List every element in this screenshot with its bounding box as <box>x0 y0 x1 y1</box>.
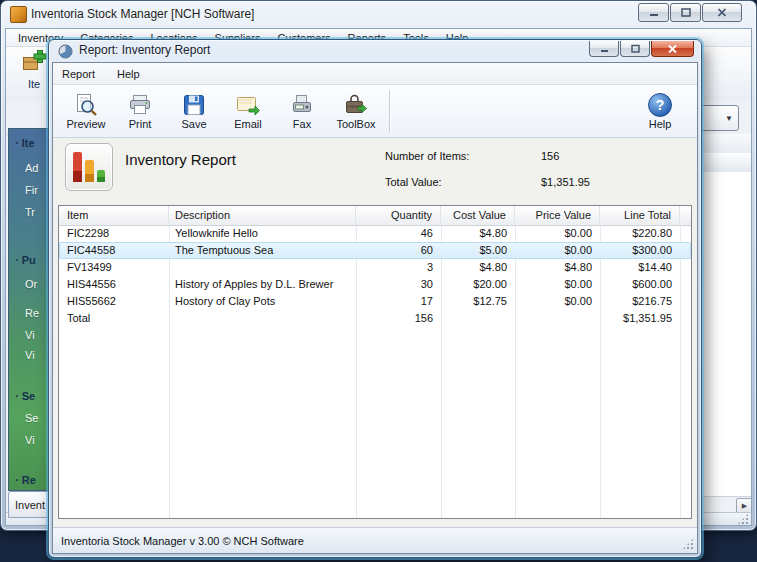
dialog-statusbar: Inventoria Stock Manager v 3.00 © NCH So… <box>53 527 697 553</box>
cell-quantity: 3 <box>356 259 441 276</box>
report-table: Item Description Quantity Cost Value Pri… <box>58 205 692 519</box>
cell-description: Yellowknife Hello <box>169 225 356 242</box>
cell-quantity: 156 <box>356 310 441 327</box>
toolbox-icon <box>343 93 369 117</box>
table-row-selected[interactable]: FIC44558 The Temptuous Sea 60 $5.00 $0.0… <box>59 242 691 259</box>
cell-price-value: $0.00 <box>515 225 600 242</box>
sidebar-item-add[interactable]: Ad <box>25 162 38 174</box>
close-button[interactable] <box>702 3 742 22</box>
dialog-status-text: Inventoria Stock Manager v 3.00 © NCH So… <box>61 535 304 547</box>
close-icon <box>667 44 678 54</box>
cell-line-total: $220.80 <box>600 225 680 242</box>
dialog-maximize-button[interactable] <box>620 41 650 57</box>
cell-description: The Temptuous Sea <box>169 242 356 259</box>
print-icon <box>128 93 152 117</box>
sidebar-item-order[interactable]: Or <box>25 278 37 290</box>
table-total-row[interactable]: Total 156 $1,351.95 <box>59 310 691 327</box>
sidebar-item-view-2[interactable]: Vi <box>25 349 35 361</box>
dialog-title: Report: Inventory Report <box>79 43 210 57</box>
table-row[interactable]: HIS55662 Hostory of Clay Pots 17 $12.75 … <box>59 293 691 310</box>
cell-quantity: 30 <box>356 276 441 293</box>
chevron-down-icon: ▼ <box>725 114 733 123</box>
cell-item: HIS55662 <box>59 293 169 310</box>
maximize-button[interactable] <box>670 3 701 22</box>
bullet-icon: · <box>15 474 19 486</box>
minimize-icon <box>599 44 610 54</box>
cell-item: Total <box>59 310 169 327</box>
dialog-minimize-button[interactable] <box>589 41 619 57</box>
preview-button[interactable]: Preview <box>59 91 113 132</box>
main-titlebar[interactable]: Inventoria Stock Manager [NCH Software] <box>1 1 756 28</box>
print-label: Print <box>118 118 162 130</box>
minimize-button[interactable] <box>638 3 669 22</box>
report-dialog: Report: Inventory Report Report Help <box>48 39 702 558</box>
save-button[interactable]: Save <box>167 91 221 132</box>
col-header-quantity[interactable]: Quantity <box>356 206 441 225</box>
cell-cost-value: $12.75 <box>441 293 515 310</box>
email-icon <box>236 93 260 117</box>
col-header-cost-value[interactable]: Cost Value <box>441 206 515 225</box>
sidebar-item-receive[interactable]: Re <box>25 307 39 319</box>
resize-grip-icon[interactable] <box>682 538 694 550</box>
help-button[interactable]: ? Help <box>633 91 687 132</box>
cell-line-total: $300.00 <box>600 242 680 259</box>
cell-price-value: $0.00 <box>515 276 600 293</box>
add-item-icon <box>21 49 47 75</box>
cell-price-value: $0.00 <box>515 242 600 259</box>
resize-grip-icon[interactable] <box>737 513 749 525</box>
sidebar-section-sell[interactable]: · Se <box>15 390 35 402</box>
cell-item: HIS44556 <box>59 276 169 293</box>
cell-item: FIC2298 <box>59 225 169 242</box>
toolbox-label: ToolBox <box>334 118 378 130</box>
cell-quantity: 60 <box>356 242 441 259</box>
sidebar-section-purchases[interactable]: · Pu <box>15 254 36 266</box>
dialog-toolbar: Preview Print <box>53 85 697 138</box>
sidebar-item-transfer[interactable]: Tr <box>25 206 35 218</box>
col-header-item[interactable]: Item <box>59 206 169 225</box>
report-summary: Inventory Report Number of Items: 156 To… <box>53 137 697 203</box>
col-header-line-total[interactable]: Line Total <box>600 206 680 225</box>
maximize-icon <box>680 7 692 18</box>
scroll-right-icon: ▶ <box>742 502 747 510</box>
pie-chart-icon <box>58 44 73 59</box>
col-header-description[interactable]: Description <box>169 206 356 225</box>
bullet-icon: · <box>15 137 19 149</box>
toolbox-button[interactable]: ToolBox <box>329 91 383 132</box>
cell-cost-value: $4.80 <box>441 225 515 242</box>
sidebar-item-view-1[interactable]: Vi <box>25 329 35 341</box>
close-icon <box>716 7 728 18</box>
table-row[interactable]: FIC2298 Yellowknife Hello 46 $4.80 $0.00… <box>59 225 691 242</box>
dialog-menubar: Report Help <box>53 63 697 85</box>
sidebar-section-items[interactable]: · Ite <box>15 137 35 149</box>
cell-price-value: $4.80 <box>515 259 600 276</box>
sidebar-item-find[interactable]: Fir <box>25 184 38 196</box>
dialog-body: Report Help Preview <box>52 62 698 554</box>
sidebar-section-reports[interactable]: · Re <box>15 474 36 486</box>
cell-cost-value: $5.00 <box>441 242 515 259</box>
dialog-menu-report[interactable]: Report <box>62 68 95 80</box>
table-row[interactable]: HIS44556 History of Apples by D.L. Brewe… <box>59 276 691 293</box>
toolbar-separator <box>389 90 390 132</box>
cell-quantity: 46 <box>356 225 441 242</box>
cell-description: History of Apples by D.L. Brewer <box>169 276 356 293</box>
cell-cost-value <box>441 310 515 327</box>
table-row[interactable]: FV13499 3 $4.80 $4.80 $14.40 <box>59 259 691 276</box>
sidebar-item-sell[interactable]: Se <box>25 412 38 424</box>
cell-price-value <box>515 310 600 327</box>
bullet-icon: · <box>15 254 19 266</box>
cell-line-total: $1,351.95 <box>600 310 680 327</box>
table-header-row[interactable]: Item Description Quantity Cost Value Pri… <box>59 206 691 226</box>
fax-button[interactable]: Fax <box>275 91 329 132</box>
dialog-caption-buttons <box>588 41 694 57</box>
cell-item: FV13499 <box>59 259 169 276</box>
cell-item: FIC44558 <box>59 242 169 259</box>
help-label: Help <box>638 118 682 130</box>
dialog-menu-help[interactable]: Help <box>117 68 140 80</box>
bar-chart-icon <box>65 143 113 191</box>
dialog-close-button[interactable] <box>651 41 694 57</box>
col-header-price-value[interactable]: Price Value <box>515 206 600 225</box>
email-button[interactable]: Email <box>221 91 275 132</box>
sidebar-item-view-3[interactable]: Vi <box>25 434 35 446</box>
dialog-titlebar[interactable]: Report: Inventory Report <box>49 40 701 62</box>
print-button[interactable]: Print <box>113 91 167 132</box>
